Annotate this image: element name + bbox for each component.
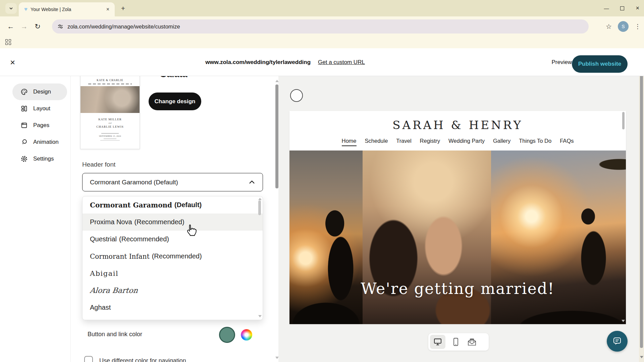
bookmark-star-icon[interactable]: ☆ (606, 22, 612, 31)
bookmarks-row (0, 36, 644, 48)
thumb-nav-bar (88, 83, 132, 84)
tab-search-button[interactable] (5, 3, 17, 14)
font-option-cormorant-infant[interactable]: Cormorant Infant (Recommended) (83, 248, 263, 265)
tab-title: Your Website | Zola (31, 7, 104, 12)
print-preview-button[interactable] (466, 335, 478, 349)
sidebar-label: Settings (33, 156, 54, 162)
font-option-abigail[interactable]: Abigail (83, 265, 263, 282)
thumb-joiner: and (80, 122, 140, 124)
page-scroll-down-icon[interactable] (640, 356, 643, 358)
device-preview-toolbar (428, 333, 489, 351)
minimize-icon[interactable]: — (604, 5, 609, 11)
pages-icon (20, 122, 28, 129)
preview-button[interactable]: Preview (552, 48, 572, 76)
site-nav-faqs[interactable]: FAQs (560, 138, 574, 146)
thumb-name1: KATE MILLER (80, 118, 140, 121)
header-font-select[interactable]: Cormorant Garamond (Default) (82, 173, 263, 191)
reload-icon[interactable]: ↻ (31, 22, 44, 31)
hero-photo-beach-sunset (491, 150, 626, 324)
get-custom-url-link[interactable]: Get a custom URL (318, 59, 365, 66)
zola-heart-favicon: ♥ (24, 6, 28, 13)
url-text: zola.com/wedding/manage/website/customiz… (67, 23, 180, 30)
profile-avatar[interactable]: S (618, 21, 629, 32)
different-nav-color-checkbox[interactable] (84, 356, 93, 362)
site-nav-gallery[interactable]: Gallery (493, 138, 511, 146)
tab-close-icon[interactable]: × (104, 6, 111, 12)
thumb-photo (80, 86, 140, 113)
wedding-site-url: www.zola.com/wedding/tylerlawedding (205, 59, 311, 66)
sidebar-label: Animation (33, 139, 59, 145)
thumb-date: SEPTEMBER 15, 2024 (80, 135, 140, 137)
sidebar-item-settings[interactable]: Settings (12, 150, 67, 167)
back-icon[interactable]: ← (4, 22, 17, 31)
sidebar-label: Design (33, 88, 51, 95)
thumb-line (104, 138, 116, 139)
browser-menu-icon[interactable]: ⋮ (635, 23, 641, 30)
panel-scrollbar-thumb[interactable] (275, 84, 278, 188)
thumb-name2: CHARLIE LEWIS (80, 125, 140, 128)
screen: ♥ Your Website | Zola × + — × ← → ↻ zola… (0, 0, 644, 362)
sidebar-item-animation[interactable]: Animation (12, 134, 67, 150)
chevron-down-icon (9, 6, 13, 11)
desktop-view-button[interactable] (430, 335, 445, 349)
toolbar-right: ☆ S ⋮ (606, 16, 641, 36)
different-nav-color-label: Use different color for navigation (99, 357, 186, 362)
layout-icon (20, 105, 28, 112)
sidebar-item-pages[interactable]: Pages (12, 117, 67, 134)
thumb-couple-title: KATE & CHARLIE (80, 79, 140, 82)
apps-grid-icon[interactable] (5, 39, 11, 45)
header-font-label: Header font (82, 161, 115, 168)
list-scrollbar-thumb[interactable] (258, 200, 261, 215)
gear-icon (20, 155, 28, 163)
new-tab-button[interactable]: + (118, 4, 128, 13)
site-nav: Home Schedule Travel Registry Wedding Pa… (289, 138, 626, 146)
sidebar-label: Layout (33, 105, 50, 112)
site-nav-travel[interactable]: Travel (396, 138, 411, 146)
hero-photo-sunset-silhouette (289, 150, 363, 324)
website-preview: SARAH & HENRY Home Schedule Travel Regis… (289, 111, 626, 324)
font-option-questrial[interactable]: Questrial (Recommended) (83, 231, 263, 248)
hero-text: We're getting married! (289, 280, 626, 298)
panel-scroll-up-icon[interactable] (275, 80, 279, 82)
font-option-alora-barton[interactable]: Alora Barton (83, 282, 263, 299)
hero-photo-couple-closeup (363, 150, 491, 324)
mobile-icon (453, 338, 459, 346)
mail-icon (467, 338, 477, 346)
font-option-cormorant-garamond[interactable]: Cormorant Garamond (Default) (83, 196, 263, 214)
font-dropdown-list: Cormorant Garamond (Default) Proxima Nov… (82, 196, 263, 320)
change-design-button[interactable]: Change design (149, 93, 201, 110)
list-scroll-up-icon[interactable] (258, 198, 262, 200)
chevron-up-icon (249, 180, 255, 185)
button-link-color-label: Button and link color (88, 331, 142, 338)
chat-widget-button[interactable] (607, 331, 628, 352)
forward-icon[interactable]: → (17, 22, 31, 31)
desktop-icon (433, 338, 442, 346)
site-nav-registry[interactable]: Registry (420, 138, 440, 146)
publish-website-button[interactable]: Publish website (572, 55, 628, 73)
font-option-proxima-nova[interactable]: Proxima Nova (Recommended) (83, 214, 263, 231)
site-nav-home[interactable]: Home (342, 138, 357, 146)
preview-scrollbar-thumb[interactable] (622, 112, 625, 129)
mouse-cursor-hand (184, 223, 199, 240)
window-close-icon[interactable]: × (636, 5, 639, 12)
browser-tab[interactable]: ♥ Your Website | Zola × (19, 2, 115, 16)
sidebar-item-layout[interactable]: Layout (12, 100, 67, 117)
color-wheel-icon[interactable] (241, 329, 252, 341)
panel-scroll-down-icon[interactable] (275, 357, 279, 359)
page-scrollbar-thumb[interactable] (640, 56, 643, 348)
font-option-aghast[interactable]: Aghast (83, 299, 263, 316)
site-nav-things-to-do[interactable]: Things To Do (519, 138, 551, 146)
preview-scroll-down-icon[interactable] (622, 320, 625, 322)
hero-photo-collage: We're getting married! (289, 150, 626, 324)
url-bar[interactable]: zola.com/wedding/manage/website/customiz… (52, 19, 589, 34)
sidebar-item-design[interactable]: Design (12, 83, 67, 100)
site-settings-icon[interactable] (57, 23, 63, 29)
couple-names-title: SARAH & HENRY (289, 118, 626, 132)
maximize-icon[interactable] (620, 6, 624, 10)
selected-color-swatch[interactable] (219, 327, 235, 343)
site-url-group: www.zola.com/wedding/tylerlawedding Get … (0, 48, 570, 76)
list-scroll-down-icon[interactable] (258, 315, 262, 317)
site-nav-schedule[interactable]: Schedule (365, 138, 388, 146)
mobile-view-button[interactable] (450, 335, 462, 349)
site-nav-wedding-party[interactable]: Wedding Party (448, 138, 485, 146)
